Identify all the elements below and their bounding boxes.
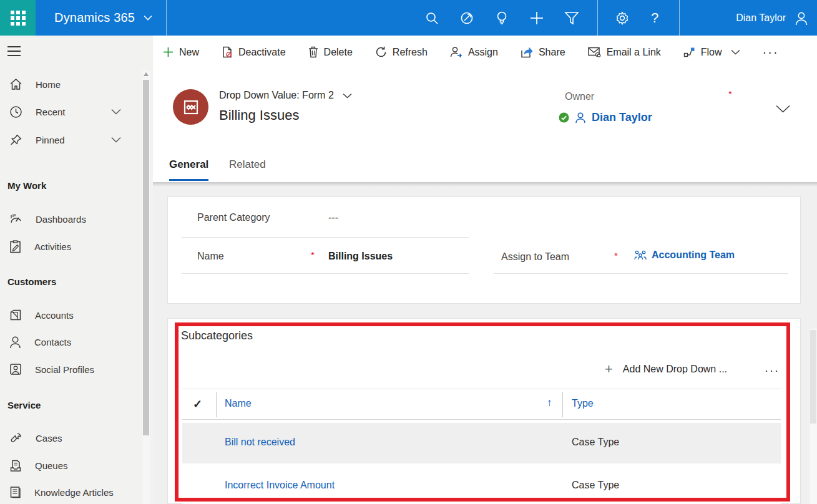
person-icon (575, 112, 586, 124)
lightbulb-icon[interactable] (491, 7, 512, 29)
sidebar-item-label: Queues (35, 460, 68, 471)
sidebar-item-queues[interactable]: Queues (0, 454, 141, 477)
row-type-cell: Case Type (572, 437, 619, 448)
sidebar-item-home[interactable]: Home (0, 73, 141, 95)
pin-icon (9, 133, 22, 147)
row-type-cell: Case Type (572, 480, 619, 491)
dashboards-icon (9, 213, 22, 226)
sidebar-item-label: Activities (34, 241, 71, 252)
owner-lookup-value[interactable]: Dian Taylor (559, 111, 652, 124)
subgrid-row[interactable]: Bill not received Case Type (182, 423, 781, 463)
sort-ascending-icon[interactable]: ↑ (547, 397, 552, 409)
activities-clipboard-icon (9, 240, 21, 253)
sidebar-item-cases[interactable]: Cases (0, 427, 141, 449)
main-scrollbar[interactable] (809, 329, 817, 504)
scrollbar-thumb[interactable] (810, 330, 816, 424)
plus-icon (163, 47, 174, 57)
subgrid-title: Subcategories (181, 329, 253, 342)
settings-gear-icon[interactable] (612, 7, 633, 29)
social-profiles-icon (9, 363, 22, 376)
tab-related[interactable]: Related (229, 150, 266, 182)
assign-button[interactable]: Assign (450, 46, 498, 58)
deactivate-icon (222, 46, 233, 58)
sidebar-scrollbar[interactable] (142, 70, 150, 504)
search-icon[interactable] (421, 7, 443, 29)
header-collapse-chevron-icon[interactable] (776, 105, 790, 113)
user-person-icon (795, 11, 808, 26)
quick-launch-icon[interactable] (456, 7, 477, 29)
sidebar-item-label: Cases (36, 433, 62, 443)
sidebar-section-service: Service (7, 400, 41, 410)
sidebar-item-activities[interactable]: Activities (0, 235, 141, 258)
command-bar: New Deactivate Delete Refresh (153, 36, 817, 69)
knowledge-articles-icon (9, 486, 21, 499)
subgrid-header-row: ✓ Name ↑ Type (182, 389, 781, 420)
delete-button[interactable]: Delete (308, 46, 353, 58)
help-icon[interactable]: ? (644, 7, 665, 29)
app-launcher-button[interactable] (0, 0, 36, 36)
flow-chevron-down-icon[interactable] (731, 49, 740, 55)
accounts-icon (9, 309, 22, 321)
sidebar-item-recent[interactable]: Recent (0, 100, 141, 123)
subcategories-subgrid-card: Subcategories + Add New Drop Down ... ··… (167, 318, 801, 504)
assign-to-team-link: Accounting Team (652, 250, 735, 261)
column-header-name[interactable]: Name (225, 398, 252, 409)
sidebar-item-social-profiles[interactable]: Social Profiles (0, 358, 141, 380)
sidebar-item-dashboards[interactable]: Dashboards (0, 208, 141, 230)
row-name-link[interactable]: Incorrect Invoice Amount (225, 480, 335, 491)
command-bar-overflow-button[interactable]: ··· (763, 45, 779, 59)
email-envelope-icon (588, 47, 601, 57)
chevron-down-icon[interactable] (111, 137, 121, 143)
parent-category-value[interactable]: --- (328, 212, 338, 223)
share-icon (521, 47, 533, 58)
subgrid-row[interactable]: Incorrect Invoice Amount Case Type (182, 466, 781, 504)
owner-name-link: Dian Taylor (592, 111, 652, 124)
column-divider (216, 392, 217, 417)
contacts-person-icon (9, 336, 21, 349)
filter-icon[interactable] (561, 7, 582, 29)
sidebar-item-contacts[interactable]: Contacts (0, 331, 141, 353)
app-name-menu[interactable]: Dynamics 365 (54, 11, 152, 25)
assign-to-team-value[interactable]: Accounting Team (634, 250, 735, 261)
sidebar-item-label: Dashboards (36, 214, 86, 225)
share-button[interactable]: Share (521, 47, 565, 58)
field-divider (494, 273, 788, 274)
chevron-down-icon[interactable] (111, 109, 121, 115)
sidebar-item-label: Pinned (36, 135, 65, 145)
row-name-link[interactable]: Bill not received (225, 437, 295, 448)
new-button[interactable]: New (163, 47, 199, 58)
add-new-drop-down-button[interactable]: + Add New Drop Down ... (605, 363, 727, 376)
tab-general[interactable]: General (169, 150, 208, 181)
parent-category-label: Parent Category (197, 212, 270, 223)
scrollbar-up-arrow[interactable] (144, 72, 149, 76)
sidebar-item-label: Home (36, 79, 61, 90)
refresh-button[interactable]: Refresh (375, 46, 428, 58)
name-value[interactable]: Billing Issues (328, 251, 393, 262)
subgrid-table: ✓ Name ↑ Type Bill not received Case Typ… (182, 389, 781, 504)
hamburger-menu-icon[interactable] (7, 43, 26, 59)
chevron-down-icon (144, 15, 152, 21)
main-content: New Deactivate Delete Refresh (153, 36, 817, 504)
name-label: Name (197, 251, 224, 262)
form-body: Parent Category --- Name * Billing Issue… (153, 182, 817, 504)
sidebar-item-label: Contacts (34, 337, 71, 347)
form-selector[interactable]: Drop Down Value: Form 2 (219, 90, 352, 101)
scrollbar-thumb[interactable] (143, 80, 149, 435)
sidebar-item-accounts[interactable]: Accounts (0, 304, 141, 326)
select-all-checkmark[interactable]: ✓ (193, 397, 202, 411)
record-title: Billing Issues (219, 107, 299, 124)
sidebar-item-label: Recent (36, 107, 66, 117)
create-new-plus-icon[interactable] (526, 7, 547, 29)
deactivate-button[interactable]: Deactivate (222, 46, 286, 58)
user-menu[interactable]: Dian Taylor (680, 11, 817, 26)
flow-button[interactable]: Flow (683, 47, 722, 58)
subgrid-overflow-button[interactable]: ··· (765, 364, 780, 377)
email-a-link-button[interactable]: Email a Link (588, 47, 661, 58)
column-header-type[interactable]: Type (572, 398, 594, 409)
owner-field-label: Owner (565, 91, 594, 102)
cases-wrench-icon (9, 432, 22, 445)
assign-to-team-label: Assign to Team (501, 251, 569, 263)
sidebar-item-pinned[interactable]: Pinned (0, 128, 141, 151)
sidebar-item-knowledge-articles[interactable]: Knowledge Articles (0, 481, 141, 503)
plus-icon: + (605, 363, 613, 376)
